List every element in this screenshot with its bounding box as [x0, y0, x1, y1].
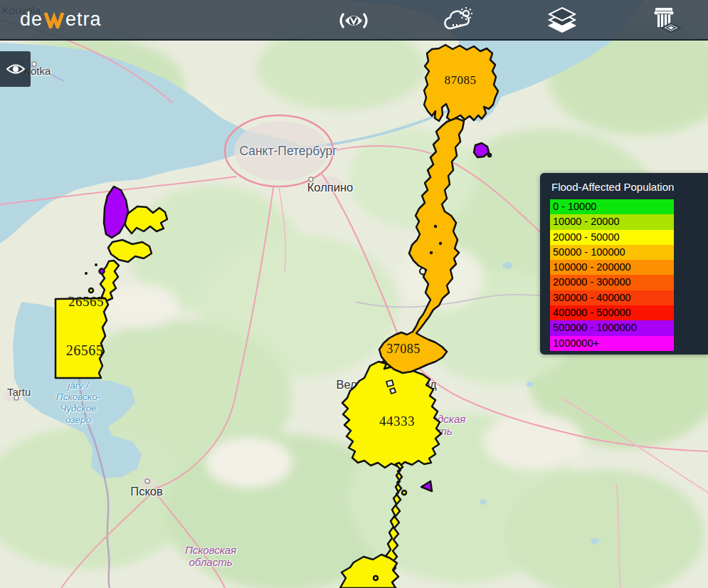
- flood-polygon-87085: [424, 45, 498, 121]
- legend-row: 10000 - 20000: [550, 214, 674, 229]
- forecast-cloud-sun-icon[interactable]: [441, 6, 474, 35]
- legend-row: 400000 - 500000: [550, 305, 674, 320]
- legend-row: 50000 - 100000: [550, 245, 674, 260]
- flood-polygon-44333: [342, 362, 441, 468]
- logo-text-prefix: de: [20, 9, 43, 30]
- logo-w-icon: [43, 11, 65, 28]
- legend-rows: 0 - 1000010000 - 2000020000 - 5000050000…: [550, 199, 674, 351]
- dewetra-map-app: KouvolaозероKotkaСанкт-ПетербургКолпиноВ…: [0, 0, 708, 588]
- dewetra-logo[interactable]: de etra: [20, 9, 102, 30]
- legend-row: 100000 - 200000: [550, 260, 674, 275]
- layer-visibility-button[interactable]: [0, 51, 31, 87]
- legend-title: Flood-Affected Population: [551, 181, 708, 193]
- flood-polygon-orange-group[interactable]: [379, 45, 498, 373]
- legend-row: 300000 - 400000: [550, 290, 674, 305]
- legend-row: 1000000+: [550, 336, 674, 351]
- logo-text-suffix: etra: [65, 9, 102, 30]
- legend-panel: Flood-Affected Population 0 - 1000010000…: [540, 173, 708, 355]
- observations-eye-icon[interactable]: [337, 6, 370, 35]
- layers-icon[interactable]: [546, 6, 578, 35]
- flood-polygon-yellow-group[interactable]: [56, 206, 441, 588]
- legend-row: 0 - 10000: [550, 199, 674, 214]
- visibility-eye-icon: [5, 61, 26, 77]
- flood-polygon-37085: [379, 118, 464, 373]
- legend-row: 200000 - 300000: [550, 275, 674, 290]
- legend-row: 20000 - 50000: [550, 230, 674, 245]
- flood-polygon-26565: [56, 298, 108, 378]
- top-navbar: de etra: [0, 0, 708, 41]
- legend-row: 500000 - 1000000: [550, 320, 674, 335]
- static-layers-column-icon[interactable]: [649, 6, 682, 35]
